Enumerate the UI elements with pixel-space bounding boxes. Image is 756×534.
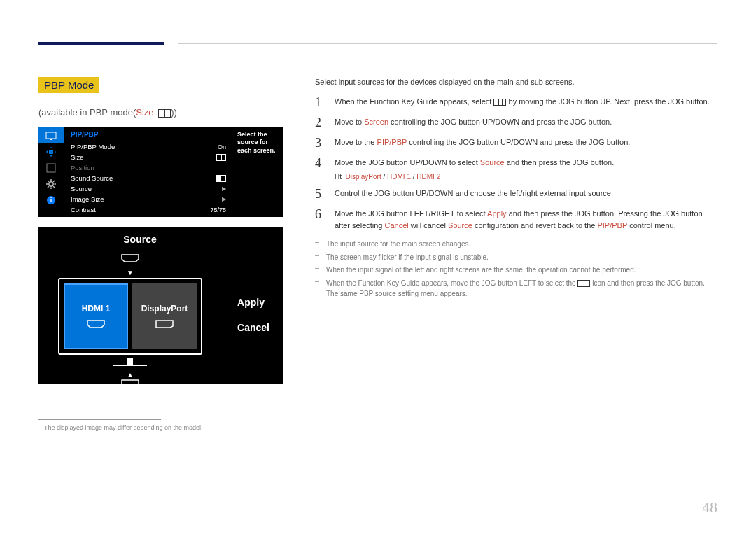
source-panel-title: Source (0, 234, 284, 245)
step-2-pre: Move to (335, 118, 364, 126)
svg-rect-1 (50, 139, 52, 140)
note-2-text: The screen may flicker if the input sign… (326, 252, 489, 263)
step-num-2: 2 (315, 116, 325, 129)
footnote-text: The displayed image may differ depending… (38, 424, 294, 431)
step-4-text: Move the JOG button UP/DOWN to select So… (335, 157, 718, 169)
osd-row-contrast[interactable]: Contrast 75/75 (64, 204, 233, 215)
note-1: The input source for the main screen cha… (315, 239, 718, 250)
notes-list: The input source for the main screen cha… (315, 239, 718, 300)
osd-row-contrast-value: 75/75 (210, 206, 226, 213)
arrow-down-icon: ▼ (127, 269, 134, 276)
displayport-icon (155, 319, 174, 329)
footnote-rule (38, 419, 161, 420)
subtitle-size-label: Size (136, 107, 153, 118)
osd-row-sound-label: Sound Source (71, 174, 113, 182)
svg-line-12 (53, 181, 55, 182)
svg-rect-3 (47, 164, 55, 172)
osd-tab-picture[interactable] (38, 127, 64, 143)
step-2-post: controlling the JOG button UP/DOWN and p… (388, 118, 612, 126)
osd-sound-icon (216, 175, 226, 182)
osd-hint-text: Select the source for each screen. (233, 127, 284, 217)
section-subtitle: (available in PBP mode(Size )) (38, 107, 294, 118)
step-6b-pip: PIP/PBP (597, 221, 627, 230)
osd-tab-settings[interactable] (38, 176, 64, 192)
pbp-left-screen[interactable]: HDMI 1 (64, 283, 128, 349)
header-accent-bar (38, 42, 164, 45)
osd-row-mode[interactable]: PIP/PBP Mode On (64, 141, 233, 152)
step-6b-mid2: configuration and revert back to the (472, 221, 598, 230)
section-title-badge: PBP Mode (38, 77, 99, 93)
opts-prefix: Ht (335, 173, 342, 181)
page: PBP Mode (available in PBP mode(Size )) (0, 0, 756, 534)
bottom-port-icon: ▲ (116, 372, 144, 388)
step-3-post: controlling the JOG button UP/DOWN and p… (407, 138, 630, 146)
step-1-pre: When the Function Key Guide appears, sel… (335, 97, 493, 106)
step-3-pre: Move to the (335, 138, 377, 146)
step-6: 6 Move the JOG button LEFT/RIGHT to sele… (315, 208, 718, 231)
pbp-split-icon (158, 109, 171, 118)
subtitle-prefix: (available in PBP mode( (38, 107, 136, 118)
intro-text: Select input sources for the devices dis… (315, 77, 718, 87)
subtitle-suffix: )) (171, 107, 177, 118)
svg-rect-0 (46, 132, 56, 139)
step-num-3: 3 (315, 136, 325, 149)
osd-row-source-label: Source (71, 185, 92, 192)
osd-menu-header: PIP/PBP (64, 129, 233, 141)
note-3: When the input signal of the left and ri… (315, 265, 718, 276)
step-6b-cancel: Cancel (385, 221, 409, 230)
step-6b-source: Source (448, 221, 472, 230)
osd-tab-display[interactable] (38, 160, 64, 176)
note-4: When the Function Key Guide appears, mov… (315, 278, 718, 300)
pbp-switch-icon (578, 280, 590, 287)
osd-row-image-size-label: Image Size (71, 195, 104, 203)
osd-row-size-label: Size (71, 153, 83, 161)
osd-menu-tabs: i (38, 127, 64, 217)
svg-point-4 (49, 181, 53, 185)
hdmi-port-icon (86, 319, 106, 329)
step-6-pre: Move the JOG button LEFT/RIGHT to select (335, 209, 487, 218)
osd-row-image-size[interactable]: Image Size ▶ (64, 194, 233, 204)
osd-size-icon (216, 154, 226, 161)
step-3-text: Move to the PIP/PBP controlling the JOG … (335, 136, 718, 148)
monitor-outline: HDMI 1 DisplayPort (58, 278, 202, 355)
step-1-post: by moving the JOG button UP. Next, press… (506, 97, 709, 106)
header-rule (178, 43, 718, 44)
step-1-text: When the Function Key Guide appears, sel… (335, 96, 718, 108)
cancel-button[interactable]: Cancel (237, 322, 270, 333)
step-num-5: 5 (315, 188, 325, 200)
apply-button[interactable]: Apply (237, 297, 270, 308)
osd-row-position: Position (64, 162, 233, 173)
svg-line-10 (53, 186, 55, 188)
step-num-1: 1 (315, 96, 325, 108)
note-4-text: When the Function Key Guide appears, mov… (326, 278, 718, 300)
pbp-right-label: DisplayPort (141, 304, 188, 314)
right-column: Select input sources for the devices dis… (315, 77, 718, 431)
step-3-red: PIP/PBP (377, 138, 407, 146)
step-2-red: Screen (364, 118, 388, 126)
step-num-4: 4 (315, 157, 325, 169)
step-4-post: and then press the JOG button. (505, 158, 615, 167)
step-4-red: Source (480, 158, 505, 167)
osd-row-source[interactable]: Source ▶ (64, 183, 233, 194)
osd-row-size[interactable]: Size (64, 152, 233, 162)
osd-row-mode-value: On (218, 143, 226, 150)
step-4-pre: Move the JOG button UP/DOWN to select (335, 158, 480, 167)
osd-tab-pip[interactable] (38, 143, 64, 160)
osd-tab-info[interactable]: i (38, 192, 64, 208)
opt-displayport: DisplayPort (346, 173, 382, 181)
note-3-text: When the input signal of the left and ri… (326, 265, 636, 276)
note-2: The screen may flicker if the input sign… (315, 252, 718, 263)
osd-row-sound-source[interactable]: Sound Source (64, 173, 233, 183)
step-2: 2 Move to Screen controlling the JOG but… (315, 116, 718, 129)
svg-line-11 (48, 186, 49, 188)
note-4-a: When the Function Key Guide appears, mov… (326, 279, 578, 287)
step-4: 4 Move the JOG button UP/DOWN to select … (315, 157, 718, 169)
pbp-right-screen[interactable]: DisplayPort (132, 283, 197, 349)
step-6b-mid: will cancel (409, 221, 448, 230)
dash-icon (315, 265, 322, 276)
page-number: 48 (702, 498, 718, 517)
step-5: 5 Control the JOG button UP/DOWN and cho… (315, 188, 718, 200)
osd-row-contrast-label: Contrast (71, 206, 96, 213)
svg-text:i: i (50, 197, 52, 204)
content: PBP Mode (available in PBP mode(Size )) (38, 77, 718, 431)
